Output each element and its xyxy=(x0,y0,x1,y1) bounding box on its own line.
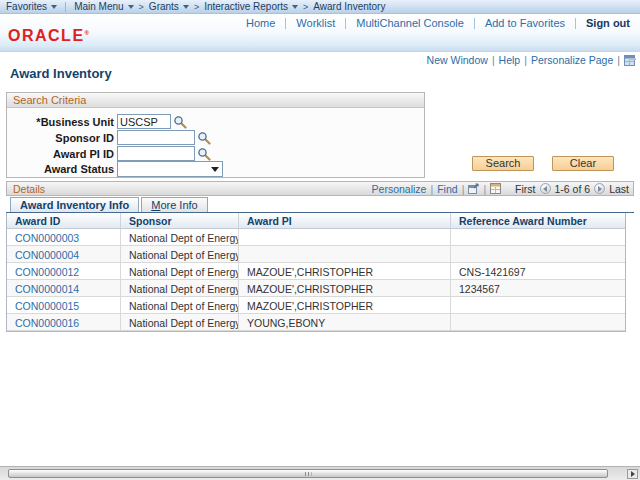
breadcrumb-interactive-reports[interactable]: Interactive Reports xyxy=(204,1,298,12)
tab-award-inventory-info[interactable]: Award Inventory Info xyxy=(10,197,139,212)
grid-cell: CNS-1421697 xyxy=(451,263,625,279)
favorites-menu[interactable]: Favorites xyxy=(6,1,57,12)
download-grid-icon[interactable] xyxy=(490,183,501,194)
award-pi-id-field[interactable] xyxy=(117,146,195,161)
grid-cell xyxy=(451,229,625,245)
grid-cell: National Dept of Energy xyxy=(121,263,239,279)
grid-cell: MAZOUE',CHRISTOPHER xyxy=(239,297,451,313)
grid-pager: First 1-6 of 6 Last xyxy=(515,183,629,195)
divider: | xyxy=(483,183,486,195)
sponsor-id-label: Sponsor ID xyxy=(7,132,117,144)
award-id-link[interactable]: CON0000003 xyxy=(15,232,79,244)
personalize-page-link[interactable]: Personalize Page xyxy=(531,54,613,66)
sign-out-link[interactable]: Sign out xyxy=(586,17,630,29)
award-id-link[interactable]: CON0000016 xyxy=(15,317,79,329)
interactive-reports-label: Interactive Reports xyxy=(204,1,288,12)
search-criteria-groupbox: Search Criteria *Business Unit Sponsor I… xyxy=(6,92,425,178)
award-id-link[interactable]: CON0000014 xyxy=(15,283,79,295)
chevron-down-icon xyxy=(51,5,57,9)
grid-cell: CON0000014 xyxy=(7,280,121,296)
oracle-logo: ORACLE® xyxy=(8,27,90,45)
breadcrumb-grants[interactable]: Grants xyxy=(149,1,189,12)
grid-cell xyxy=(451,246,625,262)
breadcrumb-separator: > xyxy=(139,2,144,12)
column-header-award-pi: Award PI xyxy=(239,213,451,228)
scrollbar-thumb[interactable] xyxy=(8,469,608,478)
worklist-link[interactable]: Worklist xyxy=(296,17,335,29)
multichannel-console-link[interactable]: MultiChannel Console xyxy=(356,17,464,29)
tab-label: More Info xyxy=(151,199,197,211)
previous-page-button[interactable] xyxy=(540,183,551,194)
add-to-favorites-link[interactable]: Add to Favorites xyxy=(485,17,565,29)
grid-cell: National Dept of Energy xyxy=(121,314,239,330)
table-row: CON0000004National Dept of Energy xyxy=(7,246,625,263)
header-links: Home Worklist MultiChannel Console Add t… xyxy=(246,17,630,29)
award-pi-id-lookup-icon[interactable] xyxy=(197,147,211,161)
help-link[interactable]: Help xyxy=(499,54,521,66)
grid-cell xyxy=(451,314,625,330)
arrow-right-icon xyxy=(631,471,635,477)
pager-last-label[interactable]: Last xyxy=(609,183,629,195)
pager-first-label[interactable]: First xyxy=(515,183,535,195)
table-row: CON0000015National Dept of EnergyMAZOUE'… xyxy=(7,297,625,314)
search-button[interactable]: Search xyxy=(472,156,534,171)
column-header-award-id: Award ID xyxy=(7,213,121,228)
grid-cell: 1234567 xyxy=(451,280,625,296)
grid-cell: National Dept of Energy xyxy=(121,246,239,262)
table-row: CON0000003National Dept of Energy xyxy=(7,229,625,246)
chevron-down-icon xyxy=(128,5,134,9)
breadcrumb-current-page: Award Inventory xyxy=(313,1,385,12)
grid-cell xyxy=(239,229,451,245)
divider xyxy=(345,18,346,29)
chevron-down-icon xyxy=(292,5,298,9)
scroll-indicator-dash xyxy=(629,58,636,60)
new-window-link[interactable]: New Window xyxy=(427,54,488,66)
chevron-down-icon xyxy=(211,167,219,172)
grid-cell: CON0000016 xyxy=(7,314,121,330)
find-link[interactable]: Find xyxy=(437,183,457,195)
award-id-link[interactable]: CON0000015 xyxy=(15,300,79,312)
sponsor-id-field[interactable] xyxy=(117,130,195,145)
grid-body: CON0000003National Dept of EnergyCON0000… xyxy=(7,229,625,331)
table-row: CON0000016National Dept of EnergyYOUNG,E… xyxy=(7,314,625,331)
details-title: Details xyxy=(13,183,45,195)
breadcrumb: Favorites Main Menu > Grants > Interacti… xyxy=(0,0,640,14)
divider xyxy=(474,18,475,29)
sponsor-id-lookup-icon[interactable] xyxy=(197,131,211,145)
tab-more-info[interactable]: More Info xyxy=(141,197,207,212)
award-inventory-grid: Award ID Sponsor Award PI Reference Awar… xyxy=(6,213,626,332)
divider xyxy=(285,18,286,29)
award-id-link[interactable]: CON0000012 xyxy=(15,266,79,278)
grid-header-row: Award ID Sponsor Award PI Reference Awar… xyxy=(7,213,625,229)
horizontal-scrollbar[interactable] xyxy=(0,466,640,480)
arrow-right-icon xyxy=(598,186,602,192)
grid-tabs: Award Inventory Info More Info xyxy=(10,197,208,212)
divider: | xyxy=(492,54,495,66)
main-menu[interactable]: Main Menu xyxy=(74,1,133,12)
grid-cell: CON0000015 xyxy=(7,297,121,313)
divider xyxy=(575,18,576,29)
details-section-header: Details Personalize | Find | | xyxy=(6,181,634,196)
home-link[interactable]: Home xyxy=(246,17,275,29)
grid-toolbar: Personalize | Find | | xyxy=(372,183,629,195)
award-status-select[interactable] xyxy=(117,161,223,177)
next-page-button[interactable] xyxy=(594,183,605,194)
grid-cell: National Dept of Energy xyxy=(121,297,239,313)
view-all-popup-icon[interactable] xyxy=(468,183,479,194)
grid-cell: CON0000012 xyxy=(7,263,121,279)
business-unit-label: *Business Unit xyxy=(7,116,117,128)
business-unit-lookup-icon[interactable] xyxy=(173,115,187,129)
personalize-link[interactable]: Personalize xyxy=(372,183,427,195)
breadcrumb-separator: > xyxy=(303,2,308,12)
award-id-link[interactable]: CON0000004 xyxy=(15,249,79,261)
business-unit-field[interactable] xyxy=(117,114,171,129)
grid-cell xyxy=(239,246,451,262)
copy-url-icon[interactable] xyxy=(624,55,635,66)
divider xyxy=(65,2,66,12)
divider: | xyxy=(524,54,527,66)
divider: | xyxy=(430,183,433,195)
scroll-right-button[interactable] xyxy=(627,469,638,479)
grid-cell: CON0000004 xyxy=(7,246,121,262)
clear-button[interactable]: Clear xyxy=(552,156,614,171)
divider: | xyxy=(617,54,620,66)
